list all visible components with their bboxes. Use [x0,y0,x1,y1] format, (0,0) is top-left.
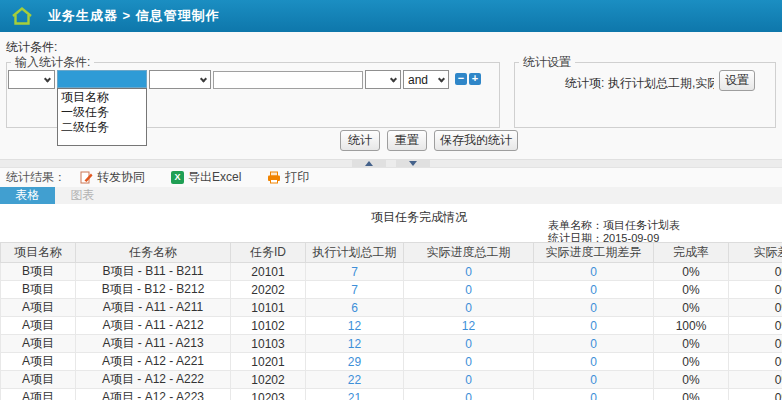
cell: 0% [654,335,729,353]
results-table: 项目名称任务名称任务ID执行计划总工期实际进度总工期实际进度工期差异完成率实际差… [0,242,782,400]
printer-icon [267,171,281,184]
table-row: A项目A项目 - A11 - A2121010212120100%0% [1,317,782,335]
cell-link[interactable]: 22 [306,371,404,389]
cell: 0% [729,317,782,335]
reset-button[interactable]: 重置 [387,130,427,151]
condition-field-select[interactable] [8,70,55,89]
cell: 0% [654,299,729,317]
breadcrumb: 业务生成器 > 信息管理制作 [48,7,220,25]
cell-link[interactable]: 0 [534,389,654,400]
dropdown-option[interactable]: 一级任务 [58,105,146,120]
dropdown-option[interactable]: 项目名称 [58,90,146,105]
cell: B项目 - B12 - B212 [76,281,231,299]
condition-operator-select[interactable] [149,70,211,89]
cell: A项目 [1,317,76,335]
cell-link[interactable]: 0 [534,263,654,281]
cell: 0% [654,353,729,371]
settings-button[interactable]: 设置 [719,70,755,91]
export-excel-action[interactable]: X 导出Excel [171,169,241,186]
cell: 20202 [231,281,306,299]
table-row: A项目A项目 - A12 - A2211020129000%0% [1,353,782,371]
chevron-down-icon [44,75,51,82]
cell: 10102 [231,317,306,335]
cell-link[interactable]: 0 [534,353,654,371]
column-header: 任务名称 [76,243,231,263]
cell-link[interactable]: 7 [306,263,404,281]
cell: 0% [729,299,782,317]
column-header: 项目名称 [1,243,76,263]
cell-link[interactable]: 29 [306,353,404,371]
add-condition-button[interactable]: + [469,73,481,85]
print-action[interactable]: 打印 [267,169,309,186]
cell-link[interactable]: 6 [306,299,404,317]
cell: A项目 [1,389,76,400]
table-row: A项目A项目 - A12 - A2221020222000%0% [1,371,782,389]
cell: 10202 [231,371,306,389]
stat-item-label: 统计项: [565,75,604,92]
remove-condition-button[interactable]: − [455,73,467,85]
triangle-down-icon [409,161,417,166]
forward-document-icon [80,171,93,184]
table-row: A项目A项目 - A11 - A211101016000%0% [1,299,782,317]
tab-chart[interactable]: 图表 [55,187,110,204]
cell-link[interactable]: 0 [534,317,654,335]
cell-link[interactable]: 0 [534,371,654,389]
condition-type-select[interactable] [57,70,147,88]
results-label: 统计结果： [6,169,66,186]
cell-link[interactable]: 0 [404,299,534,317]
condition-logic-select[interactable]: and [403,70,449,89]
column-header: 执行计划总工期 [306,243,404,263]
cell: 100% [654,317,729,335]
collapse-up-button[interactable] [352,160,386,167]
cell-link[interactable]: 0 [404,281,534,299]
chevron-down-icon [200,75,207,82]
home-icon[interactable] [10,5,34,27]
collapse-down-button[interactable] [396,160,430,167]
cell-link[interactable]: 0 [534,335,654,353]
cell: A项目 - A11 - A211 [76,299,231,317]
stat-item-value: 执行计划总工期,实际进度总工期 [608,75,714,92]
cell: 0% [729,353,782,371]
table-row: B项目B项目 - B11 - B211201017000%0% [1,263,782,281]
cell: 0% [729,389,782,400]
result-tabs: 表格 图表 [0,187,782,204]
stat-button[interactable]: 统计 [340,130,380,151]
report-content: 项目任务完成情况 表单名称：项目任务计划表 统计日期：2015-09-09 项目… [0,204,782,400]
cell-link[interactable]: 0 [404,335,534,353]
column-header: 实际差异率 [729,243,782,263]
cell: A项目 - A12 - A221 [76,353,231,371]
condition-extra-select[interactable] [365,70,401,89]
cell-link[interactable]: 0 [404,389,534,400]
cell: 10201 [231,353,306,371]
cell-link[interactable]: 0 [534,299,654,317]
cell-link[interactable]: 12 [306,335,404,353]
cell: A项目 - A12 - A223 [76,389,231,400]
tab-table[interactable]: 表格 [0,187,55,204]
cell-link[interactable]: 21 [306,389,404,400]
form-name: 表单名称：项目任务计划表 [548,219,680,232]
save-my-stat-button[interactable]: 保存我的统计 [434,130,518,151]
cell-link[interactable]: 0 [404,353,534,371]
cell: B项目 - B11 - B211 [76,263,231,281]
print-label: 打印 [285,169,309,186]
table-row: A项目A项目 - A11 - A2131010312000%0% [1,335,782,353]
cell-link[interactable]: 0 [534,281,654,299]
cell: 10203 [231,389,306,400]
chevron-down-icon [390,75,397,82]
cell-link[interactable]: 0 [404,371,534,389]
table-row: B项目B项目 - B12 - B212202027000%0% [1,281,782,299]
cell: A项目 - A11 - A212 [76,317,231,335]
excel-icon: X [171,171,184,184]
forward-collab-action[interactable]: 转发协同 [80,169,145,186]
top-bar: 业务生成器 > 信息管理制作 [0,0,782,32]
chevron-down-icon [438,75,445,82]
condition-type-dropdown: 项目名称一级任务二级任务 [57,88,147,146]
cell-link[interactable]: 12 [404,317,534,335]
dropdown-option[interactable]: 二级任务 [58,120,146,135]
cell-link[interactable]: 7 [306,281,404,299]
condition-value-input[interactable] [213,71,363,89]
table-row: A项目A项目 - A12 - A2231020321000%0% [1,389,782,400]
cell-link[interactable]: 12 [306,317,404,335]
cell-link[interactable]: 0 [404,263,534,281]
table-body: B项目B项目 - B11 - B211201017000%0%B项目B项目 - … [1,263,782,400]
